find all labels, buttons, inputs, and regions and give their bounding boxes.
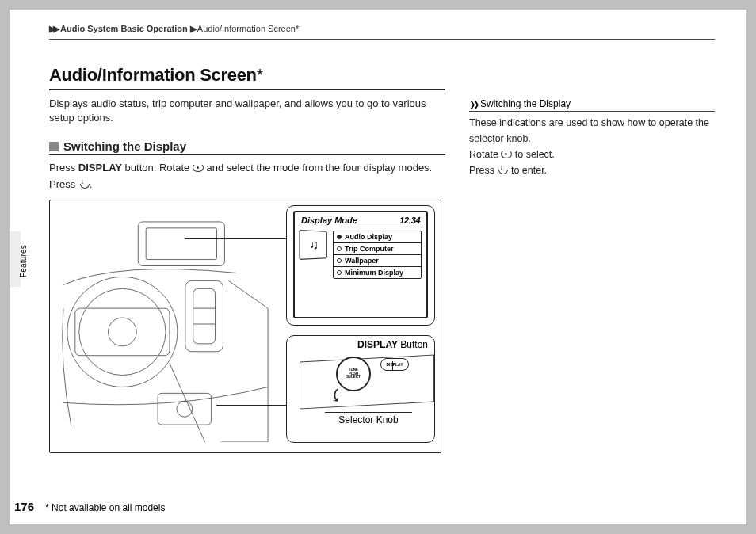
dashboard-diagram: Display Mode 12:34 ♫ Audio Display Trip … [49, 200, 441, 453]
svg-point-1 [79, 288, 166, 375]
sidebar-heading: ❯❯Switching the Display [469, 98, 715, 109]
screen-time: 12:34 [399, 216, 420, 225]
screen-title: Display Mode [301, 216, 357, 225]
knob-callout: DISPLAY Button DISPLAY TUNE PUSH SELECT … [286, 335, 435, 443]
intro-text: Displays audio status, trip computer and… [49, 97, 445, 125]
rotate-arrow-icon: ⤹ [327, 384, 344, 406]
display-small-button: DISPLAY [380, 358, 409, 371]
display-button-label: DISPLAY Button [293, 339, 428, 350]
rotate-knob-icon [501, 150, 512, 158]
page-title: Audio/Information Screen* [49, 65, 445, 86]
instruction-text: Press DISPLAY button. Rotate and select … [49, 160, 445, 193]
selector-knob-label: Selector Knob [325, 412, 412, 425]
svg-rect-3 [75, 308, 170, 356]
page-number: 176 [14, 500, 34, 513]
breadcrumb: ▶▶Audio System Basic Operation ▶Audio/In… [49, 24, 715, 39]
svg-point-0 [67, 277, 178, 387]
display-mode-list: Audio Display Trip Computer Wallpaper Mi… [333, 231, 422, 279]
music-icon: ♫ [300, 230, 327, 260]
svg-rect-10 [158, 393, 212, 425]
push-knob-icon [78, 179, 90, 189]
svg-rect-6 [185, 280, 223, 351]
dashboard-svg [55, 206, 276, 442]
svg-rect-5 [146, 228, 216, 260]
rotate-knob-icon [193, 163, 204, 172]
svg-rect-7 [193, 288, 216, 344]
section-heading: Switching the Display [49, 139, 445, 155]
display-callout: Display Mode 12:34 ♫ Audio Display Trip … [286, 205, 435, 326]
crumb-1: Audio System Basic Operation [60, 24, 188, 33]
sidebar-body: These indications are used to show how t… [469, 111, 715, 178]
section-tab: Features [10, 231, 21, 287]
square-bullet-icon [49, 142, 59, 151]
page-footer: 176 * Not available on all models [14, 500, 165, 513]
crumb-2: Audio/Information Screen [197, 24, 296, 33]
svg-point-2 [109, 318, 137, 346]
push-knob-icon [497, 165, 508, 174]
footnote: * Not available on all models [45, 502, 165, 513]
